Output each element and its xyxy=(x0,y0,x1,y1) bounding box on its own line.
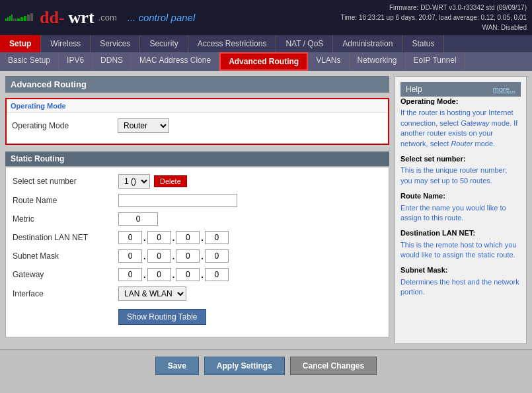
interface-select[interactable]: LAN & WLAN WAN xyxy=(118,286,186,301)
nav-tab2-ddns[interactable]: DDNS xyxy=(93,52,132,71)
bottom-bar: Save Apply Settings Cancel Changes xyxy=(0,349,532,382)
subnet-mask-oct2[interactable] xyxy=(147,249,171,263)
help-subnet-mask-text: Determines the host and the network port… xyxy=(400,278,519,296)
gateway-oct1[interactable] xyxy=(118,268,142,281)
dot4: . xyxy=(143,251,146,261)
subnet-mask-row: Subnet Mask . . . xyxy=(13,249,382,263)
destination-lan-ip: . . . xyxy=(118,231,382,244)
help-set-number-text: This is the unique router number; you ma… xyxy=(400,166,507,184)
operating-mode-label: Operating Mode xyxy=(12,121,118,130)
nav-tab-security[interactable]: Security xyxy=(140,35,188,52)
help-item-subnet-mask: Subnet Mask: Determines the host and the… xyxy=(400,265,521,297)
help-header: Help more... xyxy=(400,82,521,97)
apply-settings-button[interactable]: Apply Settings xyxy=(204,357,285,375)
subnet-mask-oct4[interactable] xyxy=(205,249,229,263)
metric-label: Metric xyxy=(13,214,118,224)
nav-tab-status[interactable]: Status xyxy=(402,35,444,52)
nav-tab-wireless[interactable]: Wireless xyxy=(41,35,91,52)
logo-cp: ... control panel xyxy=(128,12,196,23)
nav-tab2-eoip-tunnel[interactable]: EoIP Tunnel xyxy=(406,52,465,71)
dot5: . xyxy=(172,251,175,261)
advanced-routing-header: Advanced Routing xyxy=(5,76,389,93)
dot3: . xyxy=(201,233,204,243)
signal-bars xyxy=(5,13,33,22)
destination-lan-oct3[interactable] xyxy=(176,231,200,244)
operating-mode-section: Operating Mode Operating Mode Gateway Ro… xyxy=(5,98,389,145)
help-route-name-title: Route Name: xyxy=(400,191,521,201)
set-number-row: Select set number 1 () Delete xyxy=(13,174,382,189)
nav-tab-administration[interactable]: Administration xyxy=(333,35,402,52)
nav-second: Basic SetupIPV6DDNSMAC Address CloneAdva… xyxy=(0,52,532,71)
nav-tab2-basic-setup[interactable]: Basic Setup xyxy=(0,52,59,71)
route-name-input[interactable] xyxy=(118,194,237,207)
destination-lan-oct1[interactable] xyxy=(118,231,142,244)
nav-tab-nat-qos[interactable]: NAT / QoS xyxy=(276,35,333,52)
firmware-line2: Time: 18:23:21 up 6 days, 20:07, load av… xyxy=(341,13,527,22)
nav-tab2-mac-address-clone[interactable]: MAC Address Clone xyxy=(132,52,219,71)
cancel-changes-button[interactable]: Cancel Changes xyxy=(290,357,377,375)
interface-label: Interface xyxy=(13,289,118,298)
set-number-control: 1 () Delete xyxy=(118,174,382,189)
firmware-info: Firmware: DD-WRT v3.0-r33342 std (09/09/… xyxy=(341,3,527,32)
nav-tab2-networking[interactable]: Networking xyxy=(350,52,406,71)
nav-tab-services[interactable]: Services xyxy=(91,35,140,52)
help-set-number-title: Select set number: xyxy=(400,154,521,164)
nav-top: SetupWirelessServicesSecurityAccess Rest… xyxy=(0,35,532,52)
subnet-mask-oct1[interactable] xyxy=(118,249,142,263)
header: dd-wrt.com ... control panel Firmware: D… xyxy=(0,0,532,35)
static-routing-section: Static Routing Select set number 1 () De… xyxy=(5,152,389,337)
nav-tab-setup[interactable]: Setup xyxy=(0,35,41,52)
destination-lan-oct2[interactable] xyxy=(147,231,171,244)
help-item-set-number: Select set number: This is the unique ro… xyxy=(400,154,521,186)
help-more-link[interactable]: more... xyxy=(493,85,515,93)
gateway-oct2[interactable] xyxy=(147,268,171,281)
dot8: . xyxy=(172,270,175,280)
help-destination-lan-text: This is the remote host to which you wou… xyxy=(400,241,516,259)
subnet-mask-control: . . . xyxy=(118,249,382,263)
help-operating-mode-title: Operating Mode: xyxy=(400,97,521,107)
logo-dd: dd- xyxy=(40,8,65,28)
operating-mode-control: Gateway Router xyxy=(118,118,383,133)
subnet-mask-oct3[interactable] xyxy=(176,249,200,263)
nav-tab2-ipv6[interactable]: IPV6 xyxy=(59,52,93,71)
help-subnet-mask-title: Subnet Mask: xyxy=(400,265,521,275)
dot7: . xyxy=(143,270,146,280)
dot1: . xyxy=(143,233,146,243)
static-routing-title: Static Routing xyxy=(5,152,389,167)
help-destination-lan-title: Destination LAN NET: xyxy=(400,228,521,238)
static-routing-body: Select set number 1 () Delete Route Name xyxy=(5,167,389,337)
logo-dotcom: .com xyxy=(98,13,117,22)
firmware-line1: Firmware: DD-WRT v3.0-r33342 std (09/09/… xyxy=(341,3,527,13)
gateway-row: Gateway . . . xyxy=(13,268,382,281)
nav-tab2-vlans[interactable]: VLANs xyxy=(308,52,349,71)
show-routing-table-button[interactable]: Show Routing Table xyxy=(118,309,206,325)
metric-input[interactable] xyxy=(118,212,158,226)
route-name-label: Route Name xyxy=(13,196,118,205)
operating-mode-body: Operating Mode Gateway Router xyxy=(7,113,388,144)
firmware-line3: WAN: Disabled xyxy=(341,22,527,32)
destination-lan-oct4[interactable] xyxy=(205,231,229,244)
subnet-mask-ip: . . . xyxy=(118,249,382,263)
gateway-oct4[interactable] xyxy=(205,268,229,281)
nav-tab2-advanced-routing[interactable]: Advanced Routing xyxy=(219,52,308,71)
route-name-control xyxy=(118,194,382,207)
show-routing-control: Show Routing Table xyxy=(118,306,382,325)
delete-button[interactable]: Delete xyxy=(154,175,187,187)
set-number-label: Select set number xyxy=(13,177,118,186)
dot6: . xyxy=(201,251,204,261)
help-item-route-name: Route Name: Enter the name you would lik… xyxy=(400,191,521,223)
operating-mode-row: Operating Mode Gateway Router xyxy=(12,118,383,133)
operating-mode-select[interactable]: Gateway Router xyxy=(118,118,169,133)
help-item-operating-mode: Operating Mode: If the router is hosting… xyxy=(400,97,521,149)
help-title: Help xyxy=(406,85,422,94)
interface-row: Interface LAN & WLAN WAN xyxy=(13,286,382,301)
show-routing-row: Show Routing Table xyxy=(13,306,382,325)
logo-wrt: wrt xyxy=(69,8,95,28)
set-number-select[interactable]: 1 () xyxy=(118,174,150,189)
gateway-oct3[interactable] xyxy=(176,268,200,281)
gateway-control: . . . xyxy=(118,268,382,281)
gateway-label: Gateway xyxy=(13,270,118,279)
save-button[interactable]: Save xyxy=(155,357,199,375)
help-panel: Help more... Operating Mode: If the rout… xyxy=(395,76,527,344)
nav-tab-access-restrictions[interactable]: Access Restrictions xyxy=(188,35,277,52)
